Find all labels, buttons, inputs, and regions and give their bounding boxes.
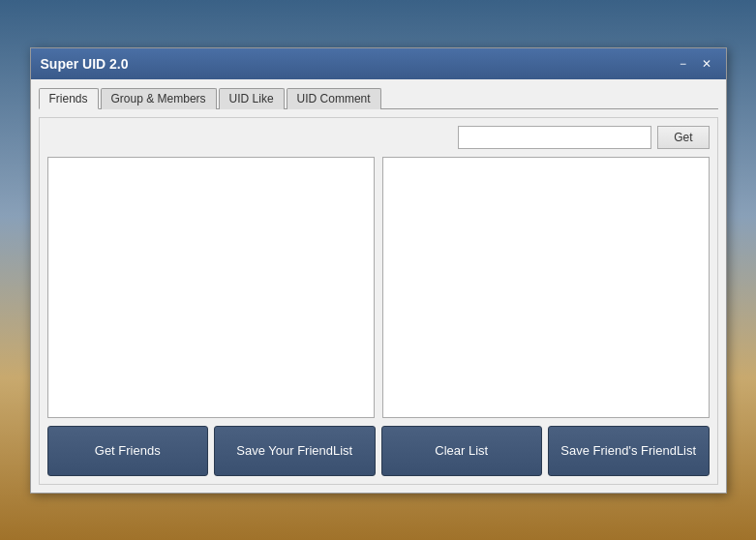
close-button[interactable]: ✕ <box>697 55 716 73</box>
right-buttons: Clear List Save Friend's FriendList <box>381 426 710 476</box>
window-title: Super UID 2.0 <box>41 56 129 72</box>
clear-list-button[interactable]: Clear List <box>381 426 543 476</box>
panels-row <box>47 157 710 418</box>
app-window: Super UID 2.0 − ✕ Friends Group & Member… <box>30 47 727 494</box>
tab-uid-comment[interactable]: UID Comment <box>287 88 381 109</box>
buttons-row: Get Friends Save Your FriendList Clear L… <box>47 426 710 476</box>
get-button[interactable]: Get <box>657 126 709 149</box>
content-area: Get Get Friends Save Your FriendList Cle… <box>39 117 718 485</box>
search-row: Get <box>47 126 710 149</box>
save-friends-friendlist-button[interactable]: Save Friend's FriendList <box>548 426 710 476</box>
tab-bar: Friends Group & Members UID Like UID Com… <box>39 87 718 109</box>
save-friendlist-button[interactable]: Save Your FriendList <box>214 426 376 476</box>
tab-group-members[interactable]: Group & Members <box>101 88 217 109</box>
window-controls: − ✕ <box>674 55 716 73</box>
title-bar: Super UID 2.0 − ✕ <box>31 48 726 79</box>
window-body: Friends Group & Members UID Like UID Com… <box>31 79 726 493</box>
get-friends-button[interactable]: Get Friends <box>47 426 209 476</box>
tab-friends[interactable]: Friends <box>39 88 99 109</box>
search-input[interactable] <box>458 126 651 149</box>
tab-uid-like[interactable]: UID Like <box>219 88 285 109</box>
minimize-button[interactable]: − <box>674 55 693 73</box>
left-list-panel <box>47 157 375 418</box>
left-buttons: Get Friends Save Your FriendList <box>47 426 376 476</box>
right-list-panel <box>382 157 710 418</box>
